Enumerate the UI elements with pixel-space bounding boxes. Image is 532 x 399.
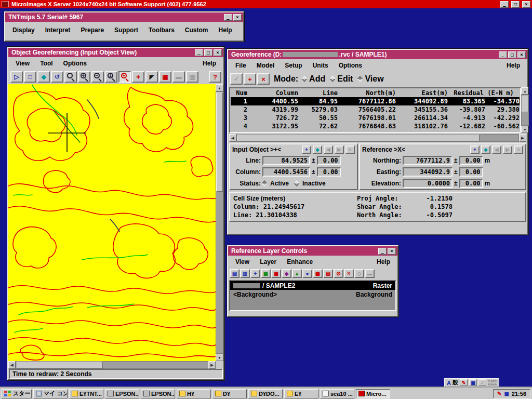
next-point-icon[interactable]: ▶	[503, 145, 512, 154]
taskbar-button[interactable]: D¥DO...	[248, 389, 283, 398]
mode-view-radio[interactable]	[357, 76, 363, 82]
mode-edit-radio[interactable]	[330, 76, 336, 82]
line-field[interactable]: 84.9525	[262, 156, 310, 165]
column-error-field[interactable]: 0.00	[317, 167, 341, 177]
start-button[interactable]: スタート	[2, 389, 32, 398]
menu-toolbars[interactable]: Toolbars	[143, 25, 180, 35]
zoom-out-icon[interactable]: −	[91, 71, 104, 83]
column-field[interactable]: 4400.5456	[262, 167, 310, 177]
scroll-thumb[interactable]	[237, 135, 480, 141]
table-row[interactable]: 3726.7250.557676198.01266114.34-4.913-42…	[231, 114, 520, 122]
table-row[interactable]: 43172.9572.627676848.63318102.76-12.682-…	[231, 122, 520, 130]
tray-ime-icon[interactable]: ▦	[504, 391, 509, 396]
status-active-radio[interactable]	[261, 180, 267, 186]
maximize-icon[interactable]: □	[204, 49, 212, 56]
easting-field[interactable]: 344092.9	[403, 167, 453, 177]
ime-pad-icon[interactable]: ▦	[469, 379, 477, 386]
taskbar-button[interactable]: H¥	[177, 389, 211, 398]
scroll-up-icon[interactable]: ▲	[521, 87, 529, 95]
pinmap-layer-icon[interactable]: ●	[302, 269, 312, 278]
remove-point-icon[interactable]: ×	[514, 145, 523, 154]
menu-prepare[interactable]: Prepare	[75, 25, 109, 35]
close-icon[interactable]: ×	[233, 14, 242, 21]
add-point-icon[interactable]: +	[470, 145, 480, 154]
tray-pen-icon[interactable]: ✎	[497, 391, 501, 396]
stop-icon[interactable]: □	[24, 71, 36, 83]
maximize-icon[interactable]: □	[508, 51, 516, 58]
grid-tool-icon[interactable]: ▦	[313, 269, 323, 278]
view-titlebar[interactable]: Object Georeferencing (Input Object View…	[8, 48, 223, 57]
delete-point-icon[interactable]: ×	[257, 73, 270, 85]
list-item[interactable]: / SAMPLE2 Raster	[230, 281, 395, 290]
ime-pen-icon[interactable]: ✎	[460, 379, 468, 386]
taskbar-button-active[interactable]: Micro...	[356, 389, 390, 398]
minimize-icon[interactable]: _	[224, 14, 232, 21]
status-inactive-radio[interactable]	[294, 180, 299, 186]
taskbar-button[interactable]: E¥TNT...	[69, 389, 103, 398]
close-icon[interactable]: ×	[388, 248, 396, 255]
mode-add-radio[interactable]	[301, 76, 307, 82]
zoom-full-icon[interactable]	[64, 71, 77, 83]
place-point-icon[interactable]: +	[244, 73, 256, 85]
menu-options[interactable]: Options	[334, 60, 367, 71]
play-icon[interactable]: ▷	[10, 71, 23, 83]
taskbar-button[interactable]: EPSON...	[105, 389, 139, 398]
status-active-label[interactable]: Active	[268, 180, 293, 187]
remove-point-icon[interactable]: ×	[345, 145, 355, 154]
misc-layer-icon[interactable]: ▬	[365, 269, 375, 278]
menu-help[interactable]: Help	[501, 60, 525, 71]
next-point-icon[interactable]: ▶	[335, 145, 344, 154]
cad-layer-icon[interactable]: ◆	[282, 269, 291, 278]
locate-point-icon[interactable]: ◆	[481, 145, 490, 154]
remove-layer-icon[interactable]: ×	[344, 269, 354, 278]
menu-interpret[interactable]: Interpret	[40, 25, 76, 35]
menu-options[interactable]: Options	[58, 58, 92, 69]
exclude-icon[interactable]: ⊘	[334, 269, 343, 278]
scroll-down-icon[interactable]: ▼	[216, 354, 223, 361]
georeference-titlebar[interactable]: Georeference (D: .rvc / SAMPLE1) _ □ ×	[228, 50, 527, 59]
mode-view-label[interactable]: View	[363, 74, 388, 84]
menu-tool[interactable]: Tool	[35, 58, 58, 69]
menu-help[interactable]: Help	[197, 58, 221, 69]
zoom-box-icon[interactable]: +	[118, 71, 131, 83]
close-icon[interactable]: ×	[214, 49, 222, 56]
scroll-up-icon[interactable]: ▲	[216, 84, 223, 91]
layer-panel-icon[interactable]: ▤	[230, 269, 240, 278]
taskbar-button[interactable]: マイ コンピ	[33, 389, 68, 398]
zoom-in-icon[interactable]: +	[78, 71, 90, 83]
minimize-icon[interactable]: _	[378, 248, 387, 255]
redraw-icon[interactable]: ↺	[51, 71, 63, 83]
menu-help[interactable]: Help	[371, 257, 395, 267]
menu-display[interactable]: Display	[7, 25, 40, 35]
add-layer-icon[interactable]: +	[250, 269, 260, 278]
table-horizontal-scrollbar[interactable]: ◀ ▶	[229, 134, 526, 142]
elevation-field[interactable]: 0.0000	[403, 179, 453, 188]
menu-view[interactable]: View	[230, 257, 255, 267]
shape-layer-icon[interactable]: ◇	[354, 269, 364, 278]
northing-error-field[interactable]: 0.00	[459, 156, 483, 165]
ime-input-mode-icon[interactable]: A	[447, 380, 451, 386]
georef-grid-icon[interactable]: ▦	[159, 71, 171, 83]
prev-point-icon[interactable]: ◀	[324, 145, 333, 154]
close-icon[interactable]: ×	[517, 51, 526, 58]
diamond-tool-icon[interactable]: ◆	[37, 71, 50, 83]
menu-support[interactable]: Support	[109, 25, 143, 35]
table-tool-icon[interactable]: ▤	[323, 269, 333, 278]
map-vertical-scrollbar[interactable]: ▲ ▼	[216, 84, 223, 361]
mode-edit-label[interactable]: Edit	[336, 74, 357, 84]
menu-help[interactable]: Help	[214, 25, 237, 35]
xserver-titlebar[interactable]: MicroImages X Server 1024x740x24 bit Sof…	[0, 0, 532, 8]
tin-layer-icon[interactable]: ▲	[292, 269, 302, 278]
scroll-right-icon[interactable]: ▶	[208, 361, 216, 369]
scroll-right-icon[interactable]: ▶	[519, 134, 526, 142]
menu-units[interactable]: Units	[308, 60, 334, 71]
northing-field[interactable]: 7677112.9	[403, 156, 453, 165]
taskbar-button[interactable]: sca10 ...	[320, 389, 354, 398]
line-error-field[interactable]: 0.00	[317, 156, 341, 165]
table-row[interactable]: 14400.5584.957677112.86344092.8983.365-3…	[231, 97, 520, 105]
vector-layer-icon[interactable]: ▦	[271, 269, 281, 278]
elevation-error-field[interactable]: 0.00	[459, 179, 483, 188]
minimize-icon[interactable]: _	[195, 49, 203, 56]
mode-add-label[interactable]: Add	[308, 74, 329, 84]
snapshot-icon[interactable]: ▥	[186, 71, 198, 83]
